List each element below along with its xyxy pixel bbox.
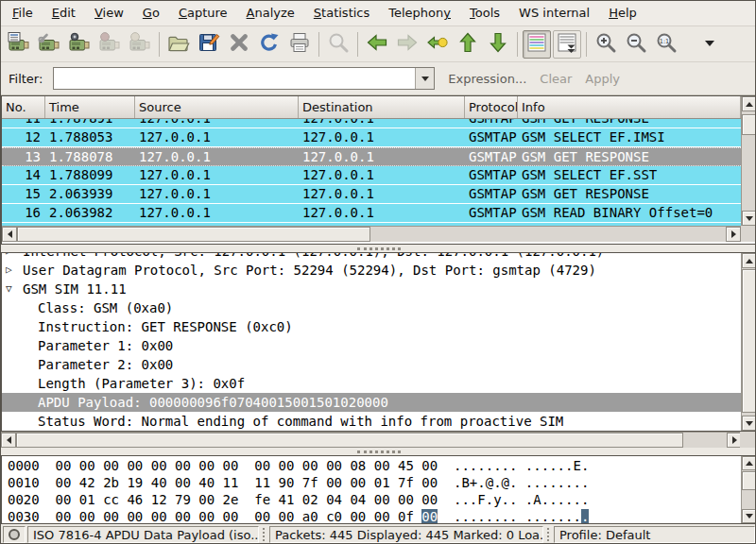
print-button[interactable]: [285, 30, 314, 59]
packet-cell: 1.788053: [45, 128, 135, 146]
save-icon: [198, 31, 220, 58]
expander-collapsed-icon[interactable]: ▷: [6, 253, 23, 261]
pane-splitter-1[interactable]: [1, 245, 756, 252]
menu-capture[interactable]: Capture: [169, 1, 237, 26]
packet-list-hscrollbar[interactable]: [2, 226, 741, 242]
capture-start-button[interactable]: [65, 30, 94, 59]
zoom-out-button[interactable]: [622, 30, 650, 59]
detail-row-6[interactable]: Parameter 2: 0x00: [2, 355, 741, 374]
menu-telephony[interactable]: Telephony: [379, 1, 460, 26]
expression-button[interactable]: Expression...: [448, 72, 526, 86]
vscroll-thumb[interactable]: [742, 471, 756, 490]
menu-statistics[interactable]: Statistics: [304, 1, 379, 26]
scroll-up-button[interactable]: [742, 456, 756, 470]
detail-row-7[interactable]: Length (Parameter 3): 0x0f: [2, 374, 741, 393]
scroll-down-button[interactable]: [742, 211, 756, 226]
hex-row-0010[interactable]: 0010 00 42 2b 19 40 00 40 11 11 90 7f 00…: [2, 475, 741, 491]
menu-go[interactable]: Go: [133, 1, 169, 26]
menu-file[interactable]: File: [3, 1, 43, 26]
autoscroll-icon: [556, 31, 578, 58]
menu-help[interactable]: Help: [599, 1, 646, 26]
hex-vscrollbar[interactable]: [741, 456, 756, 523]
zoom-normal-button[interactable]: 1:1: [652, 30, 680, 59]
detail-row-8[interactable]: APDU Payload: 000000096f0704001500150102…: [2, 393, 741, 412]
gap: [40, 509, 56, 523]
scroll-up-button[interactable]: [742, 253, 756, 268]
detail-row-9[interactable]: Status Word: Normal ending of command wi…: [2, 412, 741, 431]
vscroll-thumb[interactable]: [742, 114, 756, 135]
close-file-button[interactable]: [225, 30, 253, 59]
packet-list-vscrollbar[interactable]: [741, 96, 756, 226]
scroll-right-button[interactable]: [726, 227, 741, 242]
go-to-packet-button[interactable]: [423, 30, 452, 59]
vscroll-thumb[interactable]: [742, 269, 756, 413]
column-header-time[interactable]: Time: [45, 96, 135, 118]
scrollbar-corner: [740, 432, 755, 448]
menu-edit[interactable]: Edit: [43, 1, 85, 26]
packet-cell: GSM GET RESPONSE: [518, 148, 741, 165]
scroll-down-button[interactable]: [742, 416, 756, 431]
hex-row-0020[interactable]: 0020 00 01 cc 46 12 79 00 2e fe 41 02 04…: [2, 492, 741, 508]
capture-options-button[interactable]: [35, 30, 63, 59]
status-grip-icon[interactable]: [547, 528, 550, 541]
detail-row-1[interactable]: ▷User Datagram Protocol, Src Port: 52294…: [2, 261, 741, 280]
packet-row-11[interactable]: 111.787891127.0.0.1127.0.0.1GSMTAPGSM GE…: [2, 119, 741, 128]
packet-cell: 127.0.0.1: [299, 166, 465, 184]
details-vscrollbar[interactable]: [741, 253, 756, 431]
open-file-button[interactable]: [164, 30, 193, 59]
scroll-down-button[interactable]: [742, 509, 756, 523]
toolbar-overflow-button[interactable]: [696, 30, 724, 59]
filter-input[interactable]: [54, 68, 415, 89]
go-to-top-button[interactable]: [454, 30, 482, 59]
packet-row-14[interactable]: 141.788099127.0.0.1127.0.0.1GSMTAPGSM SE…: [2, 166, 741, 185]
colorize-button[interactable]: [523, 30, 551, 59]
ascii-bytes: ...F.y.. .A......: [454, 492, 589, 507]
detail-row-0[interactable]: ▷Internet Protocol, Src: 127.0.0.1 (127.…: [2, 253, 741, 261]
menu-tools[interactable]: Tools: [460, 1, 509, 26]
column-header-protocol[interactable]: Protocol: [465, 96, 518, 118]
expander-expanded-icon[interactable]: ▽: [6, 280, 23, 298]
save-file-button[interactable]: [195, 30, 223, 59]
detail-row-2[interactable]: ▽GSM SIM 11.11: [2, 280, 741, 298]
detail-text: Status Word: Normal ending of command wi…: [38, 412, 563, 431]
details-hscrollbar[interactable]: [1, 432, 742, 448]
pane-splitter-2[interactable]: [1, 448, 756, 455]
expert-info-button[interactable]: [3, 526, 26, 543]
menu-analyze[interactable]: Analyze: [237, 1, 304, 26]
packet-cell: GSMTAP: [465, 128, 518, 146]
status-grip-icon[interactable]: [263, 528, 266, 541]
scroll-left-button[interactable]: [2, 227, 17, 242]
auto-scroll-button[interactable]: [553, 30, 581, 59]
filter-dropdown-button[interactable]: [415, 68, 434, 89]
detail-row-4[interactable]: Instruction: GET RESPONSE (0xc0): [2, 317, 741, 336]
go-to-bottom-button[interactable]: [484, 30, 512, 59]
packet-row-15[interactable]: 152.063939127.0.0.1127.0.0.1GSMTAPGSM GE…: [2, 185, 741, 204]
packet-cell: 127.0.0.1: [135, 119, 299, 128]
column-header-source[interactable]: Source: [135, 96, 299, 118]
packet-row-16[interactable]: 162.063982127.0.0.1127.0.0.1GSMTAPGSM RE…: [2, 204, 741, 223]
column-header-info[interactable]: Info: [518, 96, 741, 118]
list-interfaces-button[interactable]: [5, 30, 33, 59]
status-profile[interactable]: Profile: Default: [554, 526, 755, 543]
hscroll-thumb[interactable]: [17, 227, 370, 242]
hscroll-thumb[interactable]: [16, 433, 683, 448]
packet-cell: 127.0.0.1: [135, 166, 299, 184]
hex-row-0000[interactable]: 0000 00 00 00 00 00 00 00 00 00 00 00 00…: [2, 458, 741, 474]
packet-cell: 11: [2, 119, 45, 128]
column-header-destination[interactable]: Destination: [299, 96, 465, 118]
scroll-left-button[interactable]: [1, 433, 16, 448]
packet-row-13[interactable]: 131.788078127.0.0.1127.0.0.1GSMTAPGSM GE…: [2, 147, 741, 166]
hex-offset: 0010: [8, 475, 40, 490]
zoom-in-button[interactable]: [592, 30, 620, 59]
detail-row-5[interactable]: Parameter 1: 0x00: [2, 336, 741, 355]
go-back-button[interactable]: [363, 30, 391, 59]
column-header-no[interactable]: No.: [2, 96, 45, 118]
scroll-up-button[interactable]: [742, 96, 756, 111]
menu-view[interactable]: View: [85, 1, 133, 26]
detail-row-3[interactable]: Class: GSM (0xa0): [2, 298, 741, 317]
reload-file-button[interactable]: [255, 30, 284, 59]
packet-row-12[interactable]: 121.788053127.0.0.1127.0.0.1GSMTAPGSM SE…: [2, 128, 741, 147]
menu-ws-internal[interactable]: WS internal: [509, 1, 599, 26]
expander-collapsed-icon[interactable]: ▷: [6, 261, 23, 280]
hex-row-0030[interactable]: 0030 00 00 00 00 00 00 00 00 00 00 a0 c0…: [2, 509, 741, 523]
